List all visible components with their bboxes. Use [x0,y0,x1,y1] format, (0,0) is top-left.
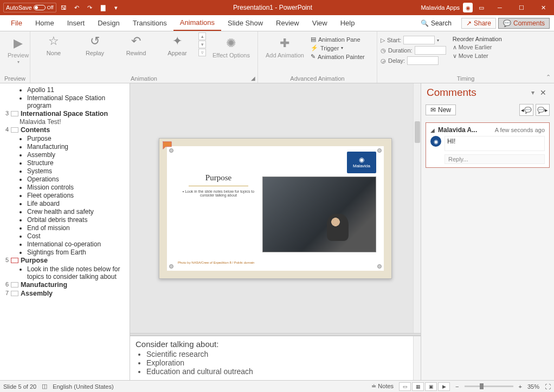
outline-bullet[interactable]: Cost [27,232,130,240]
outline-bullet[interactable]: Structure [27,159,130,167]
outline-bullet[interactable]: International Space Station program [27,94,130,109]
comments-pane-dropdown[interactable]: ▾ [528,89,538,96]
slide-photo[interactable] [262,177,376,252]
collapse-ribbon-button[interactable]: ⌃ [546,74,551,81]
gallery-scroll[interactable]: ▴▾▿ [198,32,206,56]
language-status[interactable]: English (United States) [53,383,114,390]
move-earlier-button[interactable]: ∧ Move Earlier [453,44,502,51]
notes-scrollbar[interactable] [413,336,421,380]
animation-dialog-launcher[interactable]: ◢ [251,75,255,81]
outline-subtitle[interactable]: Malavida Test! [2,118,130,126]
maximize-button[interactable]: ☐ [511,0,532,15]
outline-bullet[interactable]: Systems [27,167,130,175]
slide-position[interactable]: Slide 5 of 20 [3,383,36,390]
comments-pane-close[interactable]: ✕ [538,88,549,97]
outline-bullet[interactable]: Purpose [27,134,130,142]
outline-bullet[interactable]: International co-operation [27,240,130,248]
outline-bullet[interactable]: Apollo 11 [27,86,130,94]
tab-home[interactable]: Home [29,15,61,31]
reply-input[interactable]: Reply... [445,154,545,164]
notes-heading[interactable]: Consider talking about: [136,339,415,349]
collapse-icon[interactable]: ◢ [430,127,435,133]
animation-gallery[interactable]: ☆None ↺Replay ↶Rewind ✦Appear ▴▾▿ [34,32,206,56]
anim-appear[interactable]: ✦Appear [157,32,197,56]
notes-item[interactable]: Exploration [146,358,415,367]
outline-bullet[interactable]: Look in the slide notes below for topics… [27,265,130,280]
outline-slide-3[interactable]: 3International Space Station [2,109,130,118]
outline-bullet[interactable]: Sightings from Earth [27,248,130,256]
duration-input[interactable] [415,46,446,55]
next-comment-button[interactable]: 💬▸ [536,104,550,116]
slide-canvas[interactable]: ◉Malavida Purpose • Look in the slide no… [130,83,421,333]
comment-indicator-icon[interactable] [162,141,173,151]
canvas-scrollbar[interactable] [413,83,421,333]
slideshow-view-button[interactable]: ▶ [438,382,450,391]
move-later-button[interactable]: ∨ Move Later [453,53,502,60]
outline-bullet[interactable]: Manufacturing [27,142,130,151]
share-button[interactable]: ↗Share [461,18,496,29]
notes-item[interactable]: Education and cultural outreach [146,367,415,376]
zoom-slider[interactable] [465,386,513,387]
start-input[interactable] [403,36,435,44]
outline-slide-5[interactable]: 5Purpose [2,256,130,265]
reading-view-button[interactable]: ▣ [425,382,437,391]
tab-view[interactable]: View [306,15,334,31]
tab-design[interactable]: Design [91,15,126,31]
outline-pane[interactable]: Apollo 11 International Space Station pr… [0,83,130,380]
delay-input[interactable] [407,56,439,65]
undo-icon[interactable]: ↶ [72,2,82,13]
outline-bullet[interactable]: Orbital debris threats [27,215,130,224]
animation-painter-button[interactable]: ✎Animation Painter [311,53,365,60]
anim-replay[interactable]: ↺Replay [75,32,115,56]
tab-file[interactable]: File [4,15,29,31]
add-animation-button[interactable]: ✚Add Animation [261,32,308,62]
outline-slide-6[interactable]: 6Manufacturing [2,280,130,289]
comment-thread[interactable]: ◢ Malavida A... A few seconds ago ◉ HI! … [426,122,550,168]
animation-pane-button[interactable]: ▤Animation Pane [311,36,365,43]
outline-slide-4[interactable]: 4Contents [2,126,130,134]
tab-transitions[interactable]: Transitions [126,15,173,31]
notes-toggle[interactable]: ≐ Notes [371,383,394,390]
zoom-level[interactable]: 35% [527,383,539,390]
new-comment-button[interactable]: ✉New [426,104,456,115]
outline-bullet[interactable]: Operations [27,175,130,183]
user-name[interactable]: Malavida Apps [421,4,460,11]
tab-review[interactable]: Review [269,15,306,31]
user-avatar-icon[interactable]: ◉ [463,3,473,12]
trigger-button[interactable]: ⚡Trigger▾ [311,44,365,51]
outline-bullet[interactable]: Life aboard [27,199,130,207]
search-label[interactable]: Search [431,19,459,27]
zoom-out-button[interactable]: − [455,383,459,390]
start-from-beginning-icon[interactable]: ▇ [98,2,108,13]
outline-bullet[interactable]: Mission controls [27,183,130,191]
minimize-button[interactable]: ─ [489,0,511,15]
zoom-in-button[interactable]: + [519,383,522,390]
notes-item[interactable]: Scientific research [146,350,415,358]
redo-icon[interactable]: ↷ [85,2,95,13]
tab-slideshow[interactable]: Slide Show [221,15,269,31]
save-icon[interactable]: 🖫 [59,2,69,13]
anim-none[interactable]: ☆None [34,32,74,56]
autosave-toggle[interactable]: AutoSave Off [3,3,56,12]
effect-options-button[interactable]: ✺Effect Options [208,32,254,62]
accessibility-icon[interactable]: ◫ [42,383,47,390]
preview-button[interactable]: ▶Preview▾ [3,32,33,68]
qat-dropdown-icon[interactable]: ▾ [111,2,121,13]
anim-rewind[interactable]: ↶Rewind [116,32,156,56]
slide[interactable]: ◉Malavida Purpose • Look in the slide no… [159,138,392,279]
prev-comment-button[interactable]: ◂💬 [519,104,533,116]
slide-title[interactable]: Purpose [178,173,259,185]
comments-button[interactable]: 💬Comments [498,18,550,29]
outline-bullet[interactable]: End of mission [27,224,130,232]
outline-slide-7[interactable]: 7Assembly [2,289,130,298]
tab-help[interactable]: Help [334,15,362,31]
normal-view-button[interactable]: ▭ [399,382,411,391]
notes-pane[interactable]: Consider talking about: Scientific resea… [130,336,421,380]
close-button[interactable]: ✕ [532,0,554,15]
outline-bullet[interactable]: Fleet operations [27,191,130,199]
search-icon[interactable]: 🔍 [421,19,429,27]
outline-bullet[interactable]: Assembly [27,151,130,159]
ribbon-display-icon[interactable]: ▭ [476,2,487,13]
sorter-view-button[interactable]: ▦ [412,382,424,391]
fit-to-window-button[interactable]: ⛶ [545,383,551,390]
